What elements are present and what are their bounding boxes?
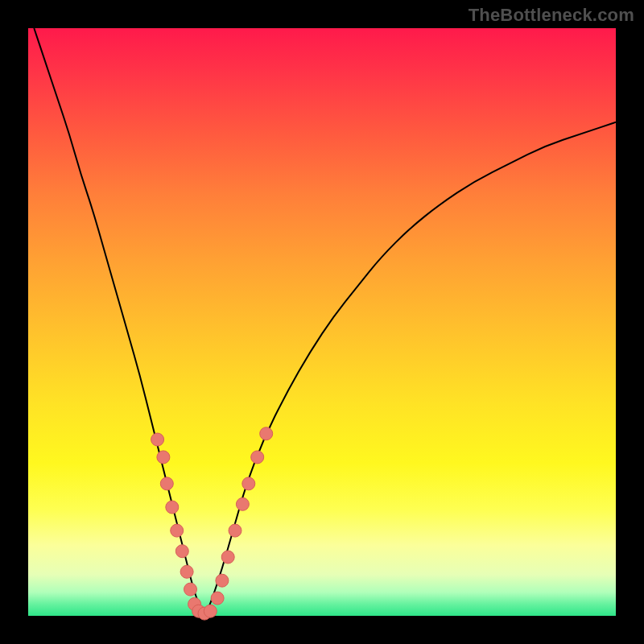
data-marker	[171, 524, 184, 537]
data-marker	[157, 451, 170, 464]
data-marker	[166, 501, 179, 514]
bottleneck-curve-path	[34, 28, 616, 613]
data-marker	[160, 477, 173, 490]
data-marker	[242, 477, 255, 490]
data-marker	[180, 565, 193, 578]
data-marker	[151, 433, 164, 446]
data-marker	[204, 605, 217, 617]
data-marker	[216, 574, 229, 587]
chart-svg	[28, 28, 616, 616]
data-marker	[221, 551, 234, 564]
data-marker	[184, 583, 197, 596]
plot-area	[28, 28, 616, 616]
data-marker	[211, 592, 224, 605]
data-marker	[175, 545, 188, 558]
data-marker	[260, 427, 273, 440]
data-marker	[251, 451, 264, 464]
data-marker	[229, 524, 242, 537]
markers-group	[151, 427, 273, 620]
data-marker	[236, 497, 249, 510]
chart-frame: TheBottleneck.com	[0, 0, 644, 644]
watermark-label: TheBottleneck.com	[469, 5, 634, 26]
